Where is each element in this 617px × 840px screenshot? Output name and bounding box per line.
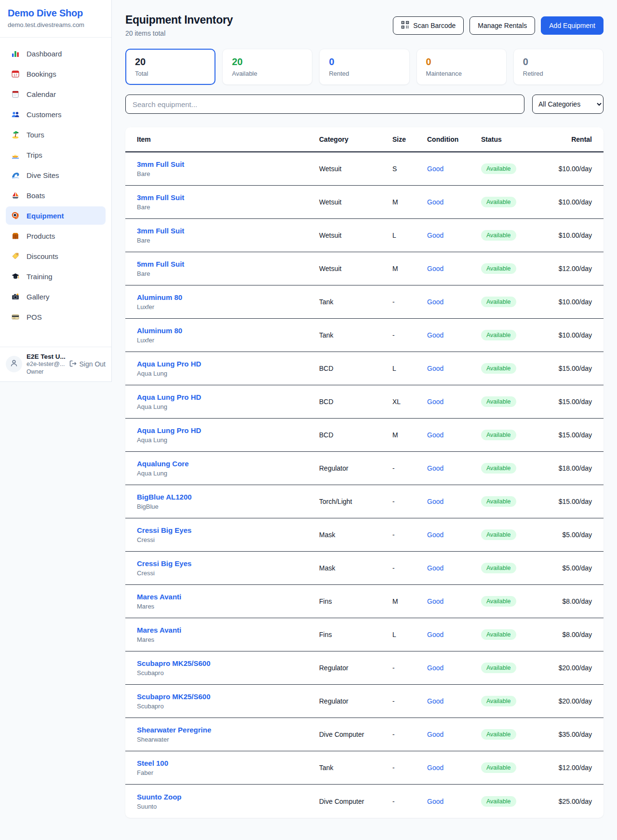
- sidebar-item-trips[interactable]: Trips: [6, 146, 106, 164]
- item-link[interactable]: BigBlue AL1200: [137, 493, 319, 501]
- condition-link[interactable]: Good: [427, 697, 481, 705]
- sidebar-item-products[interactable]: Products: [6, 227, 106, 245]
- sidebar-item-discounts[interactable]: Discounts: [6, 247, 106, 265]
- sidebar-item-gallery[interactable]: Gallery: [6, 287, 106, 306]
- item-link[interactable]: Aqua Lung Pro HD: [137, 426, 319, 434]
- scan-barcode-button[interactable]: Scan Barcode: [393, 16, 464, 35]
- rental-cell: $18.00/day: [540, 464, 592, 472]
- condition-link[interactable]: Good: [427, 398, 481, 406]
- category-cell: Tank: [319, 764, 392, 772]
- stat-card-available[interactable]: 20Available: [222, 49, 312, 85]
- category-cell: Wetsuit: [319, 231, 392, 239]
- rental-cell: $5.00/day: [540, 531, 592, 539]
- condition-link[interactable]: Good: [427, 165, 481, 173]
- category-cell: Dive Computer: [319, 731, 392, 738]
- size-cell: M: [392, 431, 427, 439]
- status-badge: Available: [481, 563, 516, 573]
- item-link[interactable]: 3mm Full Suit: [137, 160, 319, 168]
- condition-link[interactable]: Good: [427, 231, 481, 239]
- status-badge: Available: [481, 696, 516, 706]
- sidebar-item-pos[interactable]: POS: [6, 308, 106, 326]
- status-cell: Available: [481, 297, 540, 307]
- add-equipment-button[interactable]: Add Equipment: [541, 16, 604, 35]
- condition-link[interactable]: Good: [427, 365, 481, 372]
- item-link[interactable]: Aqua Lung Pro HD: [137, 393, 319, 401]
- item-link[interactable]: Aluminum 80: [137, 293, 319, 301]
- item-link[interactable]: Aqua Lung Pro HD: [137, 360, 319, 368]
- condition-link[interactable]: Good: [427, 498, 481, 505]
- status-badge: Available: [481, 163, 516, 174]
- condition-link[interactable]: Good: [427, 731, 481, 738]
- user-role: Owner: [27, 368, 64, 376]
- item-brand: Bare: [137, 170, 319, 177]
- condition-link[interactable]: Good: [427, 798, 481, 805]
- category-filter[interactable]: All Categories: [532, 95, 604, 114]
- sidebar-item-calendar[interactable]: Calendar: [6, 85, 106, 103]
- bookings-icon: 17: [11, 69, 20, 78]
- rental-cell: $20.00/day: [540, 697, 592, 705]
- item-link[interactable]: Cressi Big Eyes: [137, 526, 319, 534]
- sidebar-item-customers[interactable]: Customers: [6, 105, 106, 123]
- calendar-icon: [11, 90, 20, 98]
- item-link[interactable]: Shearwater Peregrine: [137, 726, 319, 734]
- size-cell: -: [392, 664, 427, 672]
- item-link[interactable]: Scubapro MK25/S600: [137, 692, 319, 701]
- item-link[interactable]: Suunto Zoop: [137, 793, 319, 801]
- condition-link[interactable]: Good: [427, 431, 481, 439]
- column-header-condition: Condition: [427, 135, 481, 143]
- rental-cell: $15.00/day: [540, 365, 592, 372]
- condition-link[interactable]: Good: [427, 597, 481, 605]
- item-link[interactable]: Mares Avanti: [137, 626, 319, 634]
- sidebar-item-dashboard[interactable]: Dashboard: [6, 44, 106, 63]
- sidebar-item-equipment[interactable]: Equipment: [6, 206, 106, 225]
- stat-card-maintenance[interactable]: 0Maintenance: [416, 49, 507, 85]
- table-row: Steel 100FaberTank-GoodAvailable$12.00/d…: [125, 751, 604, 785]
- sidebar-item-boats[interactable]: Boats: [6, 186, 106, 204]
- stat-card-total[interactable]: 20Total: [125, 49, 215, 85]
- item-link[interactable]: Scubapro MK25/S600: [137, 659, 319, 667]
- manage-rentals-button[interactable]: Manage Rentals: [469, 16, 535, 35]
- status-badge: Available: [481, 596, 516, 607]
- item-brand: Bare: [137, 237, 319, 244]
- table-row: 3mm Full SuitBareWetsuitLGoodAvailable$1…: [125, 219, 604, 252]
- item-link[interactable]: Aluminum 80: [137, 326, 319, 335]
- condition-link[interactable]: Good: [427, 198, 481, 206]
- sidebar-item-training[interactable]: Training: [6, 267, 106, 285]
- item-link[interactable]: 3mm Full Suit: [137, 193, 319, 202]
- item-link[interactable]: Steel 100: [137, 759, 319, 767]
- item-link[interactable]: 3mm Full Suit: [137, 227, 319, 235]
- stat-card-rented[interactable]: 0Rented: [319, 49, 409, 85]
- item-link[interactable]: Cressi Big Eyes: [137, 559, 319, 568]
- category-cell: Wetsuit: [319, 198, 392, 206]
- sidebar-item-dive-sites[interactable]: Dive Sites: [6, 166, 106, 184]
- condition-link[interactable]: Good: [427, 265, 481, 272]
- item-cell: Aqualung CoreAqua Lung: [137, 460, 319, 477]
- condition-link[interactable]: Good: [427, 564, 481, 572]
- sidebar-item-label: Products: [27, 232, 55, 240]
- status-cell: Available: [481, 197, 540, 207]
- table-row: Shearwater PeregrineShearwaterDive Compu…: [125, 718, 604, 751]
- rental-cell: $35.00/day: [540, 731, 592, 738]
- condition-link[interactable]: Good: [427, 531, 481, 539]
- condition-link[interactable]: Good: [427, 631, 481, 638]
- category-cell: BCD: [319, 398, 392, 406]
- stat-label: Rented: [329, 70, 400, 77]
- item-link[interactable]: 5mm Full Suit: [137, 260, 319, 268]
- sidebar-item-tours[interactable]: Tours: [6, 125, 106, 144]
- table-row: Cressi Big EyesCressiMask-GoodAvailable$…: [125, 518, 604, 552]
- item-link[interactable]: Mares Avanti: [137, 593, 319, 601]
- stat-card-retired[interactable]: 0Retired: [513, 49, 604, 85]
- condition-link[interactable]: Good: [427, 464, 481, 472]
- condition-link[interactable]: Good: [427, 298, 481, 306]
- condition-link[interactable]: Good: [427, 331, 481, 339]
- size-cell: L: [392, 631, 427, 638]
- sign-out-button[interactable]: Sign Out: [68, 359, 106, 369]
- item-link[interactable]: Aqualung Core: [137, 460, 319, 468]
- condition-link[interactable]: Good: [427, 664, 481, 672]
- search-input[interactable]: [125, 95, 524, 114]
- item-brand: Cressi: [137, 536, 319, 543]
- sidebar-item-bookings[interactable]: 17Bookings: [6, 65, 106, 83]
- rental-cell: $15.00/day: [540, 431, 592, 439]
- sidebar-item-label: Calendar: [27, 90, 56, 98]
- condition-link[interactable]: Good: [427, 764, 481, 772]
